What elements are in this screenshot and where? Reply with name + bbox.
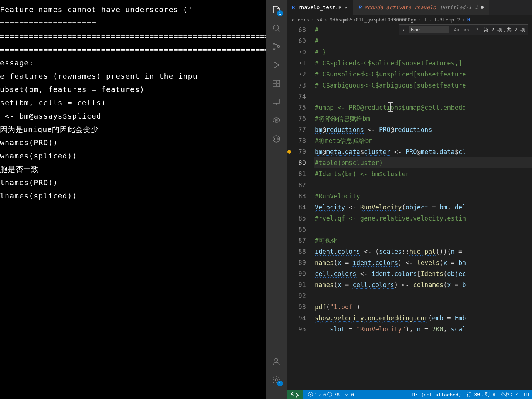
explorer-icon[interactable]: 1 — [271, 4, 282, 15]
r-lang-icon[interactable] — [271, 115, 282, 126]
breadcrumb-item[interactable]: T — [424, 17, 427, 23]
encoding[interactable]: UT — [524, 392, 530, 398]
breadcrumb-item[interactable]: fz3temp-2 — [434, 17, 460, 23]
line-number[interactable]: 74 — [287, 91, 306, 102]
line-number[interactable]: 88 — [287, 246, 306, 257]
line-number[interactable]: 86 — [287, 224, 306, 235]
code-line[interactable]: # C$unspliced<-C$unspliced[subsetfeature — [314, 69, 532, 80]
line-number[interactable]: 93 — [287, 301, 306, 313]
svg-rect-8 — [273, 99, 280, 103]
code-line[interactable]: #umap <- PRO@reductions$umap@cell.embedd — [314, 102, 532, 113]
terminal-line: 因为是unique的因此会变少 — [0, 123, 266, 136]
tab-rnavelo-test[interactable]: R rnavelo_test.R ✕ — [287, 0, 353, 15]
line-number[interactable]: 76 — [287, 113, 306, 124]
breadcrumb-item[interactable]: 9dhsqmb5781f_gw5pbdt0d300000gn — [330, 17, 416, 23]
cursor-position[interactable]: 行 80，列 8 — [467, 391, 495, 398]
breadcrumb-item[interactable]: s4 — [317, 17, 323, 23]
chevron-right-icon[interactable]: › — [402, 27, 405, 33]
terminal-line: wnames(spliced)) — [0, 149, 266, 163]
svg-point-12 — [275, 379, 277, 381]
line-number[interactable]: 75 — [287, 102, 306, 113]
line-number[interactable]: 87 — [287, 235, 306, 246]
code-line[interactable]: pdf("1.pdf") — [314, 301, 532, 313]
code-icon[interactable] — [271, 134, 282, 144]
code-line[interactable]: # — [314, 35, 532, 47]
terminal-line: 胞是否一致 — [0, 163, 266, 176]
code-line[interactable]: names(x = cell.colors) <- colnames(x = b — [314, 279, 532, 290]
ports-button[interactable]: ᯤ0 — [345, 392, 354, 398]
tab-label: rnavelo_test.R — [298, 4, 341, 10]
line-number[interactable]: 77 — [287, 124, 306, 135]
run-debug-icon[interactable] — [271, 60, 282, 70]
code-line[interactable]: ident.colors <- (scales::hue_pal())(n = — [314, 246, 532, 257]
code-line[interactable] — [314, 224, 532, 235]
terminal-line: ubset(bm, features = features) — [0, 83, 266, 96]
find-widget[interactable]: › Aa ab .* 第 ? 项，共 2 项 — [399, 24, 528, 35]
line-number[interactable]: 81 — [287, 168, 306, 180]
search-icon[interactable] — [271, 23, 282, 33]
code-line[interactable]: # } — [314, 47, 532, 58]
close-icon[interactable]: ✕ — [344, 4, 347, 10]
tab-untitled[interactable]: R #conda activate rnavelo Untitled-1 1 — [353, 0, 489, 15]
code-line[interactable]: #Idents(bm) <- bm$cluster — [314, 168, 532, 180]
line-number[interactable]: 89 — [287, 257, 306, 268]
svg-point-0 — [273, 25, 279, 30]
terminal-line: ========================================… — [0, 30, 266, 43]
code-line[interactable]: show.velocity.on.embedding.cor(emb = Emb — [314, 313, 532, 324]
code-line[interactable]: cell.colors <- ident.colors[Idents(objec — [314, 268, 532, 279]
breadcrumb[interactable]: olders › s4 › 9dhsqmb5781f_gw5pbdt0d3000… — [287, 15, 532, 24]
line-number[interactable]: 70 — [287, 47, 306, 58]
regex-button[interactable]: .* — [473, 27, 480, 33]
remote-icon[interactable] — [271, 97, 282, 107]
line-number[interactable]: 94 — [287, 313, 306, 324]
code-line[interactable]: #rvel.qf <- gene.relative.velocity.estim — [314, 213, 532, 224]
line-number[interactable]: 92 — [287, 290, 306, 301]
terminal-pane[interactable]: Feature names cannot have underscores ('… — [0, 0, 266, 399]
indentation[interactable]: 空格: 4 — [501, 391, 519, 398]
code-line[interactable]: bm@reductions <- PRO@reductions — [314, 124, 532, 135]
problems-button[interactable]: ⓧ1 ⚠0 ⓘ78 — [308, 391, 340, 398]
line-number[interactable]: 69 — [287, 35, 306, 47]
code-line[interactable]: names(x = ident.colors) <- levels(x = bm — [314, 257, 532, 268]
code-line[interactable]: slot = "RunVelocity"), n = 200, scal — [314, 324, 532, 335]
line-number[interactable]: 72 — [287, 69, 306, 80]
source-control-icon[interactable] — [271, 41, 282, 52]
line-number[interactable]: 73 — [287, 80, 306, 91]
line-number[interactable]: 84 — [287, 202, 306, 213]
r-status[interactable]: R: (not attached) — [412, 392, 461, 398]
account-icon[interactable] — [271, 356, 282, 366]
code-line[interactable] — [314, 91, 532, 102]
code-line[interactable]: bm@meta.data$cluster <- PRO@meta.data$cl — [314, 146, 532, 157]
code-line[interactable]: # C$ambiguous<-C$ambiguous[subsetfeature — [314, 80, 532, 91]
code-line[interactable]: Velocity <- RunVelocity(object = bm, del — [314, 202, 532, 213]
line-number[interactable]: 79 — [287, 146, 306, 157]
line-number[interactable]: 82 — [287, 180, 306, 191]
line-number[interactable]: 71 — [287, 58, 306, 69]
code-line[interactable]: #table(bm$cluster) — [314, 157, 532, 168]
line-number[interactable]: 95 — [287, 324, 306, 335]
code-area[interactable]: 6869707172737475767778798081828384858687… — [287, 24, 532, 390]
line-number[interactable]: 90 — [287, 268, 306, 279]
line-number[interactable]: 78 — [287, 135, 306, 146]
code-content[interactable]: ### }# C$spliced<-C$spliced[subsetfeatur… — [314, 24, 532, 390]
line-number[interactable]: 80 — [287, 157, 306, 168]
breadcrumb-item[interactable]: olders — [292, 17, 309, 23]
code-line[interactable]: #可视化 — [314, 235, 532, 246]
info-icon: ⓘ — [327, 391, 332, 398]
code-line[interactable]: # C$spliced<-C$spliced[subsetfeatures,] — [314, 58, 532, 69]
whole-word-button[interactable]: ab — [463, 27, 470, 33]
code-line[interactable]: #将meta信息赋给bm — [314, 135, 532, 146]
line-number[interactable]: 91 — [287, 279, 306, 290]
settings-icon[interactable]: 1 — [271, 375, 282, 385]
line-number[interactable]: 83 — [287, 191, 306, 202]
remote-button[interactable] — [287, 390, 303, 399]
code-line[interactable]: #将降维信息赋给bm — [314, 113, 532, 124]
extensions-icon[interactable] — [271, 78, 282, 89]
line-number[interactable]: 85 — [287, 213, 306, 224]
match-case-button[interactable]: Aa — [453, 27, 460, 33]
line-number[interactable]: 68 — [287, 24, 306, 35]
find-input[interactable] — [409, 26, 449, 33]
code-line[interactable]: #RunVelocity — [314, 191, 532, 202]
code-line[interactable] — [314, 290, 532, 301]
code-line[interactable] — [314, 180, 532, 191]
